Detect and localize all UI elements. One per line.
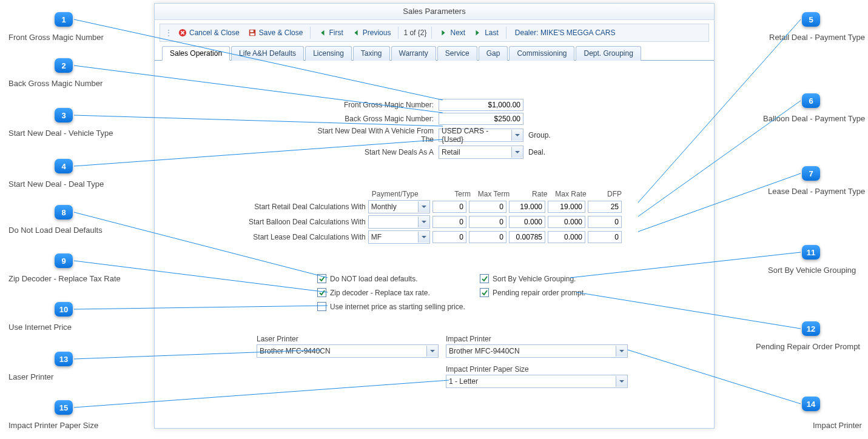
callout-7: Lease Deal - Payment Type [768,187,865,196]
callout-4: Start New Deal - Deal Type [8,179,104,189]
back-gross-label: Back Gross Magic Number: [312,115,434,123]
callout-bubble-10: 10 [55,302,73,317]
callout-bubble-5: 5 [802,12,820,27]
last-icon [474,28,482,37]
balloon-rate-input[interactable] [509,216,545,228]
checkbox-icon [317,288,326,297]
checkbox-icon [480,274,489,283]
sort-by-vehicle-grouping-checkbox[interactable]: Sort By Vehicle Grouping. [480,274,585,283]
retail-term-input[interactable] [432,201,466,213]
tab-life-ah-defaults[interactable]: Life A&H Defaults [231,46,304,61]
window-title: Sales Parameters [155,4,714,20]
impact-paper-label: Impact Printer Paper Size [446,365,628,374]
lease-row-label: Start Lease Deal Calculations With [246,233,366,241]
lease-rate-input[interactable] [509,231,545,243]
hdr-dfp: DFP [589,190,622,198]
callout-bubble-7: 7 [802,166,820,181]
sales-operation-panel: Front Gross Magic Number: Back Gross Mag… [155,61,714,431]
lease-term-input[interactable] [432,231,466,243]
save-label: Save & Close [259,28,303,37]
balloon-maxrate-input[interactable] [548,216,585,228]
pending-repair-order-checkbox[interactable]: Pending repair order prompt. [480,288,585,297]
callout-bubble-8: 8 [55,205,73,220]
do-not-load-defaults-checkbox[interactable]: Do NOT load deal defaults. [317,274,465,283]
save-close-button[interactable]: Save & Close [246,26,306,39]
callout-5: Retail Deal - Payment Type [769,33,865,42]
calc-grid: Payment/Type Term Max Term Rate Max Rate… [246,188,622,246]
retail-row-label: Start Retail Deal Calculations With [246,203,366,211]
callout-8: Do Not Load Deal Defaults [8,226,103,235]
chevron-down-icon [511,130,523,141]
hdr-rate: Rate [512,190,547,198]
callout-bubble-2: 2 [55,58,73,73]
chevron-down-icon [616,346,627,357]
use-internet-price-checkbox[interactable]: Use internet price as starting selling p… [317,302,465,311]
callout-bubble-14: 14 [802,397,820,411]
next-button[interactable]: Next [437,26,468,39]
balloon-payment-type-select[interactable] [368,215,430,229]
tab-service[interactable]: Service [437,46,477,61]
page-indicator: 1 of {2} [403,28,426,37]
tab-taxing[interactable]: Taxing [353,46,390,61]
retail-maxterm-input[interactable] [469,201,506,213]
lease-maxterm-input[interactable] [469,231,506,243]
laser-printer-select[interactable]: Brother MFC-9440CN [257,344,439,358]
dealtype-label: Start New Deals As A [312,148,434,156]
impact-paper-select[interactable]: 1 - Letter [446,375,628,388]
callout-bubble-4: 4 [55,159,73,173]
lease-dfp-input[interactable] [588,231,622,243]
callout-6: Balloon Deal - Payment Type [763,114,865,123]
chevron-down-icon [418,232,429,243]
callout-bubble-12: 12 [802,321,820,336]
tab-sales-operation[interactable]: Sales Operation [162,46,230,61]
chevron-down-icon [511,147,523,158]
retail-rate-input[interactable] [509,201,545,213]
retail-maxrate-input[interactable] [548,201,585,213]
last-button[interactable]: Last [471,26,501,39]
impact-printer-select[interactable]: Brother MFC-9440CN [446,344,628,358]
dealtype-suffix: Deal. [528,148,545,156]
first-button[interactable]: First [315,26,345,39]
checkbox-icon [317,302,326,311]
retail-dfp-input[interactable] [588,201,622,213]
callout-14: Impact Printer [813,421,862,430]
vehicle-suffix: Group. [528,131,551,139]
checkbox-icon [480,288,489,297]
callout-15: Impact Printer Paper Size [8,421,98,430]
callout-10: Use Internet Price [8,323,72,332]
dealer-label: Dealer: MIKE'S MEGGA CARS [511,28,619,37]
tab-strip: Sales Operation Life A&H Defaults Licens… [155,45,714,61]
tab-commissioning[interactable]: Commissioning [509,46,574,61]
chevron-down-icon [616,376,627,387]
dealtype-select[interactable]: Retail [439,146,523,159]
next-icon [439,28,448,37]
balloon-maxterm-input[interactable] [469,216,506,228]
balloon-term-input[interactable] [432,216,466,228]
callout-2: Back Gross Magic Number [8,79,103,88]
balloon-row-label: Start Balloon Deal Calculations With [246,218,366,226]
svg-rect-2 [250,30,253,33]
callout-bubble-6: 6 [802,93,820,108]
tab-warranty[interactable]: Warranty [391,46,436,61]
chevron-down-icon [426,346,438,357]
tab-licensing[interactable]: Licensing [305,46,352,61]
vehicle-from-select[interactable]: USED CARS - {Used} [439,129,523,142]
lease-payment-type-select[interactable]: MF [368,230,430,244]
zip-decoder-checkbox[interactable]: Zip decoder - Replace tax rate. [317,288,465,297]
vehicle-from-label: Start New Deal With A Vehicle From The [312,127,434,144]
prev-icon [352,28,360,37]
laser-printer-label: Laser Printer [257,335,439,343]
cancel-close-button[interactable]: Cancel & Close [176,26,242,39]
tab-dept-grouping[interactable]: Dept. Grouping [576,46,641,61]
previous-button[interactable]: Previous [349,26,394,39]
tab-gap[interactable]: Gap [479,46,508,61]
impact-printer-label: Impact Printer [446,335,628,343]
back-gross-input[interactable] [439,113,523,125]
lease-maxrate-input[interactable] [548,231,585,243]
front-gross-input[interactable] [439,99,523,111]
balloon-dfp-input[interactable] [588,216,622,228]
retail-payment-type-select[interactable]: Monthly [368,200,430,213]
callout-1: Front Gross Magic Number [8,33,104,42]
callout-bubble-13: 13 [55,352,73,366]
callout-bubble-1: 1 [55,12,73,27]
